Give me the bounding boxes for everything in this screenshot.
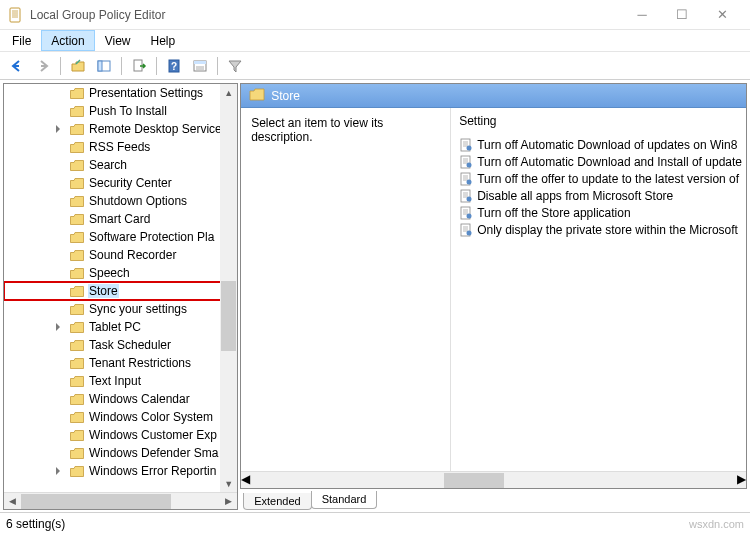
scroll-track[interactable] [250,472,737,488]
tree-item-label: Remote Desktop Service [88,122,223,136]
tree-item[interactable]: Search [4,156,237,174]
svg-point-18 [467,145,472,150]
back-button[interactable] [6,55,28,77]
setting-item[interactable]: Disable all apps from Microsoft Store [455,187,742,204]
tree-item-label: Sound Recorder [88,248,177,262]
tree-item-label: Windows Customer Exp [88,428,218,442]
show-hide-tree-button[interactable] [93,55,115,77]
help-button[interactable]: ? [163,55,185,77]
tree-item-label: Smart Card [88,212,151,226]
tree-item-label: Tablet PC [88,320,142,334]
properties-button[interactable] [189,55,211,77]
filter-button[interactable] [224,55,246,77]
setting-item[interactable]: Turn off Automatic Download of updates o… [455,136,742,153]
tree-vertical-scrollbar[interactable]: ▲ ▼ [220,84,237,492]
tree-item-label: Push To Install [88,104,168,118]
window-controls: ─ ☐ ✕ [622,1,742,29]
scroll-thumb[interactable] [444,473,504,488]
tree-item[interactable]: Task Scheduler [4,336,237,354]
tree-item-label: Windows Defender Sma [88,446,219,460]
tree-item[interactable]: Windows Error Reportin [4,462,237,480]
minimize-button[interactable]: ─ [622,1,662,29]
up-button[interactable] [67,55,89,77]
tree-item[interactable]: Speech [4,264,237,282]
tree-item[interactable]: Sync your settings [4,300,237,318]
scroll-thumb[interactable] [221,281,236,351]
setting-label: Disable all apps from Microsoft Store [477,189,673,203]
scroll-track[interactable] [21,493,220,510]
export-button[interactable] [128,55,150,77]
tree-item[interactable]: Text Input [4,372,237,390]
svg-point-33 [467,196,472,201]
setting-label: Turn off Automatic Download and Install … [477,155,742,169]
tree-item-label: Text Input [88,374,142,388]
setting-item[interactable]: Only display the private store within th… [455,221,742,238]
tab-standard[interactable]: Standard [311,491,378,509]
detail-title: Store [271,89,300,103]
tree-item-label: Task Scheduler [88,338,172,352]
menu-help[interactable]: Help [141,30,186,51]
detail-header: Store [241,84,746,108]
detail-tabs: ExtendedStandard [240,489,747,510]
tree-item[interactable]: Tenant Restrictions [4,354,237,372]
detail-horizontal-scrollbar[interactable]: ◀ ▶ [241,471,746,488]
tab-extended[interactable]: Extended [243,493,311,510]
tree-item[interactable]: Push To Install [4,102,237,120]
scroll-left-arrow[interactable]: ◀ [241,472,250,488]
folder-icon [249,88,265,104]
tree-item[interactable]: Windows Customer Exp [4,426,237,444]
tree-item[interactable]: Store [4,282,237,300]
tree-item-label: Store [88,284,119,298]
window-title: Local Group Policy Editor [30,8,622,22]
setting-item[interactable]: Turn off the offer to update to the late… [455,170,742,187]
tree-item[interactable]: Software Protection Pla [4,228,237,246]
menu-view[interactable]: View [95,30,141,51]
tree-item[interactable]: Shutdown Options [4,192,237,210]
tree-horizontal-scrollbar[interactable]: ◀ ▶ [4,492,237,509]
scroll-up-arrow[interactable]: ▲ [220,84,237,101]
scroll-right-arrow[interactable]: ▶ [737,472,746,488]
setting-item[interactable]: Turn off the Store application [455,204,742,221]
app-icon [8,7,24,23]
maximize-button[interactable]: ☐ [662,1,702,29]
description-column: Select an item to view its description. [241,108,451,471]
toolbar-separator [217,57,218,75]
settings-list[interactable]: Turn off Automatic Download of updates o… [451,136,746,238]
tree-item[interactable]: Tablet PC [4,318,237,336]
toolbar-separator [121,57,122,75]
status-text: 6 setting(s) [6,517,65,531]
tree-item[interactable]: RSS Feeds [4,138,237,156]
tree-item-label: Presentation Settings [88,86,204,100]
svg-point-43 [467,230,472,235]
settings-column-header[interactable]: Setting [451,108,746,136]
tree-item[interactable]: Security Center [4,174,237,192]
tree-item-label: RSS Feeds [88,140,151,154]
scroll-left-arrow[interactable]: ◀ [4,493,21,510]
tree-item[interactable]: Windows Calendar [4,390,237,408]
detail-columns: Select an item to view its description. … [241,108,746,471]
tree-item[interactable]: Sound Recorder [4,246,237,264]
tree-item[interactable]: Remote Desktop Service [4,120,237,138]
svg-rect-11 [194,61,206,64]
tree-item-label: Shutdown Options [88,194,188,208]
scroll-track[interactable] [220,101,237,475]
scroll-thumb[interactable] [21,494,171,509]
tree-view[interactable]: Presentation SettingsPush To InstallRemo… [4,84,237,492]
titlebar: Local Group Policy Editor ─ ☐ ✕ [0,0,750,30]
detail-pane: Store Select an item to view its descrip… [240,83,747,510]
tree-pane: Presentation SettingsPush To InstallRemo… [3,83,238,510]
tree-item[interactable]: Presentation Settings [4,84,237,102]
setting-item[interactable]: Turn off Automatic Download and Install … [455,153,742,170]
tree-item[interactable]: Smart Card [4,210,237,228]
menu-file[interactable]: File [2,30,41,51]
forward-button[interactable] [32,55,54,77]
tree-item[interactable]: Windows Defender Sma [4,444,237,462]
close-button[interactable]: ✕ [702,1,742,29]
menu-action[interactable]: Action [41,30,94,51]
setting-label: Turn off the Store application [477,206,630,220]
svg-point-38 [467,213,472,218]
tree-item[interactable]: Windows Color System [4,408,237,426]
scroll-down-arrow[interactable]: ▼ [220,475,237,492]
svg-rect-6 [98,61,102,71]
scroll-right-arrow[interactable]: ▶ [220,493,237,510]
